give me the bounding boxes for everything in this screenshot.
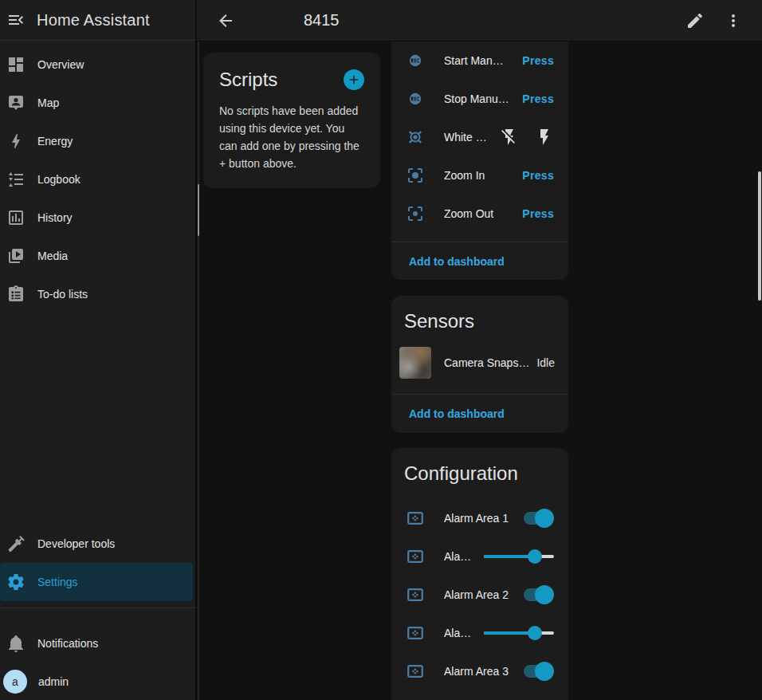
entity-name: Stop Manu…: [444, 92, 509, 105]
press-button[interactable]: Press: [522, 207, 554, 220]
entity-name: Alarm Area 1: [444, 512, 509, 525]
sidebar-item-media[interactable]: Media: [0, 237, 195, 275]
device-page-content: Scripts No scripts have been added using…: [197, 41, 762, 700]
sidebar-item-label: Media: [37, 250, 68, 262]
chart-box-icon: [6, 208, 26, 227]
flash-off-button[interactable]: [500, 128, 519, 147]
arrow-left-icon: [216, 11, 235, 30]
alarm-area-icon[interactable]: [406, 547, 425, 566]
entity-name: Zoom In: [444, 169, 485, 182]
hammer-icon: [6, 534, 26, 553]
sidebar-divider: [0, 608, 195, 608]
sidebar-item-settings[interactable]: Settings: [0, 563, 193, 601]
sidebar-item-overview[interactable]: Overview: [0, 45, 195, 84]
entity-name: Ala…: [444, 550, 471, 563]
sidebar-item-energy[interactable]: Energy: [0, 122, 195, 160]
center-focus-icon[interactable]: [406, 166, 425, 185]
plus-icon: [347, 73, 361, 87]
control-row-stop-manual: Stop Manu… Press: [391, 80, 568, 118]
sensors-card: Sensors Camera Snaps… Idle Add to dashbo…: [391, 296, 568, 433]
floodlight-icon[interactable]: [406, 128, 425, 147]
sidebar-item-map[interactable]: Map: [0, 84, 195, 122]
window-scrollbar-thumb[interactable]: [758, 171, 761, 301]
alarm-area-1-toggle[interactable]: [522, 509, 554, 528]
configuration-card-title: Configuration: [391, 448, 568, 493]
sidebar-header: Home Assistant: [0, 0, 195, 41]
alarm-area-icon[interactable]: [406, 623, 425, 643]
avatar: a: [3, 670, 27, 694]
flash-on-button[interactable]: [535, 128, 554, 147]
camera-snapshot-thumbnail[interactable]: [399, 347, 431, 379]
column-scrollbar-thumb[interactable]: [198, 184, 199, 236]
page-title: 8415: [304, 11, 340, 29]
menu-open-icon[interactable]: [6, 10, 26, 29]
sidebar-item-logbook[interactable]: Logbook: [0, 160, 195, 199]
add-to-dashboard-row: Add to dashboard: [391, 395, 568, 432]
record-rec-icon[interactable]: [406, 51, 425, 70]
sidebar-item-notifications[interactable]: Notifications: [0, 624, 195, 663]
alarm-area-icon[interactable]: [406, 585, 425, 604]
home-assistant-app: Home Assistant Overview Map Energy: [0, 0, 762, 700]
column-scrollbar-track: [198, 41, 199, 700]
sidebar-item-label: To-do lists: [37, 288, 88, 301]
press-button[interactable]: Press: [522, 169, 554, 182]
sensors-card-title: Sensors: [391, 296, 568, 340]
light-buttons: [500, 128, 554, 147]
cog-icon: [6, 572, 26, 592]
sidebar-item-todo-lists[interactable]: To-do lists: [0, 275, 195, 313]
format-list-icon: [6, 170, 26, 189]
sidebar-item-label: Notifications: [37, 637, 98, 650]
sidebar-nav: Overview Map Energy Logbook: [0, 41, 195, 313]
alarm-area-icon[interactable]: [406, 509, 425, 528]
sidebar-item-label: Energy: [37, 135, 73, 147]
config-row-alarm-slider-1: Ala…: [391, 537, 568, 576]
center-focus-weak-icon[interactable]: [406, 204, 425, 223]
press-button[interactable]: Press: [522, 92, 554, 105]
sidebar-item-user[interactable]: a admin: [0, 663, 195, 700]
control-row-white-light: White …: [391, 118, 568, 156]
record-rec-icon[interactable]: [406, 89, 425, 108]
scripts-card: Scripts No scripts have been added using…: [203, 53, 380, 188]
add-to-dashboard-link[interactable]: Add to dashboard: [409, 407, 505, 420]
sidebar-item-label: Developer tools: [37, 537, 115, 550]
entity-name: Zoom Out: [444, 207, 493, 220]
sidebar-item-developer-tools[interactable]: Developer tools: [0, 525, 195, 563]
control-row-zoom-in: Zoom In Press: [391, 156, 568, 195]
add-to-dashboard-link[interactable]: Add to dashboard: [409, 255, 505, 268]
entity-name: Alarm Area 3: [444, 665, 509, 678]
entity-name: Alarm Area 2: [444, 588, 509, 601]
account-location-icon: [6, 93, 26, 112]
view-dashboard-icon: [6, 55, 26, 74]
entity-state: Idle: [536, 356, 555, 369]
config-row-alarm-area-2: Alarm Area 2: [391, 576, 568, 614]
add-to-dashboard-row: Add to dashboard: [391, 242, 568, 280]
overflow-menu-button[interactable]: [714, 2, 752, 40]
sidebar-item-history[interactable]: History: [0, 199, 195, 237]
sidebar-item-label: Logbook: [37, 173, 81, 186]
alarm-area-3-toggle[interactable]: [522, 662, 554, 681]
flash-icon: [535, 128, 554, 147]
alarm-sensitivity-slider[interactable]: [484, 547, 554, 566]
config-row-alarm-slider-2: Ala…: [391, 614, 568, 652]
add-script-button[interactable]: [344, 69, 364, 90]
pencil-icon: [685, 11, 705, 30]
entity-name: Camera Snaps…: [444, 356, 529, 369]
back-button[interactable]: [206, 2, 245, 40]
dots-vertical-icon: [724, 11, 743, 30]
play-box-multiple-icon: [6, 246, 26, 265]
alarm-area-2-toggle[interactable]: [522, 585, 554, 604]
config-row-alarm-area-3: Alarm Area 3: [391, 652, 568, 690]
sidebar: Home Assistant Overview Map Energy: [0, 0, 196, 700]
sidebar-item-label: Map: [37, 96, 59, 109]
sidebar-bottom: Developer tools Settings Notifications a…: [0, 525, 195, 700]
entity-name: Start Man…: [444, 54, 504, 67]
press-button[interactable]: Press: [522, 54, 554, 67]
alarm-area-icon[interactable]: [406, 662, 425, 681]
configuration-card: Configuration Alarm Area 1 Ala…: [391, 448, 568, 700]
sidebar-item-label: Settings: [37, 576, 78, 588]
flash-off-icon: [500, 128, 519, 147]
alarm-sensitivity-slider[interactable]: [484, 623, 554, 643]
sidebar-item-label: Overview: [37, 58, 84, 71]
edit-button[interactable]: [676, 2, 714, 40]
configuration-rows: Alarm Area 1 Ala… Alarm Area 2: [391, 499, 568, 690]
